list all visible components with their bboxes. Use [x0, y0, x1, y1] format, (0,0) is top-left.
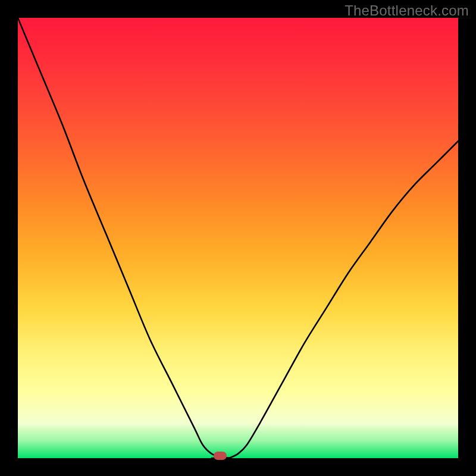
curve-right-branch	[229, 141, 458, 458]
optimal-marker	[214, 452, 227, 460]
watermark-text: TheBottleneck.com	[345, 2, 469, 19]
chart-frame: TheBottleneck.com	[0, 0, 476, 476]
bottleneck-curve	[18, 18, 458, 458]
curve-left-branch	[18, 18, 229, 458]
